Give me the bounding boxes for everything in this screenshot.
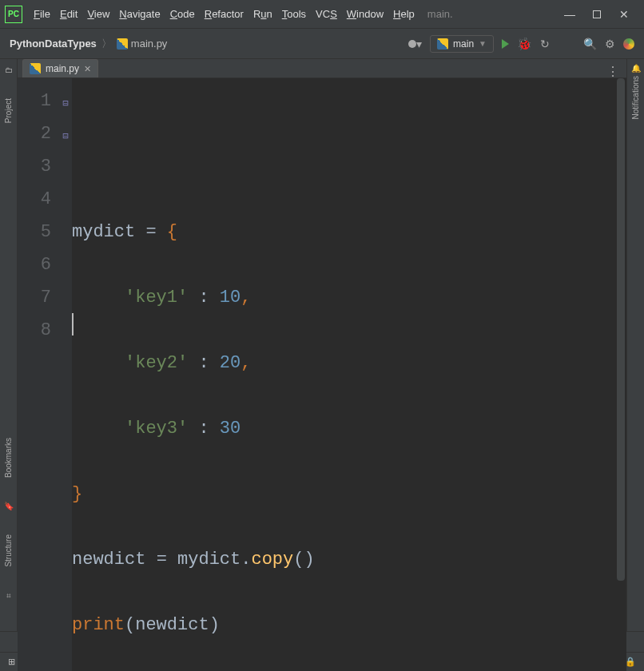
code-token: mydict (72, 222, 145, 242)
right-tool-rail: 🔔 Notifications (626, 59, 644, 631)
user-icon[interactable]: ▾ (408, 38, 422, 50)
code-indent (72, 419, 125, 439)
breadcrumb-file-label: main.py (131, 38, 168, 50)
python-file-icon (30, 63, 41, 74)
python-file-icon (437, 38, 448, 50)
code-token: copy (251, 550, 293, 570)
code-token: = mydict. (157, 550, 252, 570)
menu-navigate[interactable]: Navigate (119, 8, 160, 20)
bookmarks-tool-button[interactable]: Bookmarks (4, 438, 13, 478)
bookmarks-tool-icon[interactable]: 🔖 (4, 502, 14, 510)
maximize-button[interactable] (591, 8, 602, 21)
breadcrumb-file[interactable]: main.py (117, 38, 168, 50)
debug-button[interactable]: 🐞 (517, 37, 532, 51)
code-token: () (293, 550, 314, 570)
fold-column: ⊟ ⊟ (59, 78, 72, 671)
run-button[interactable] (502, 39, 509, 49)
code-token: : (188, 419, 220, 439)
titlebar: PC File Edit View Navigate Code Refactor… (0, 0, 644, 29)
project-tool-button[interactable]: Project (4, 98, 13, 123)
python-file-icon (117, 38, 128, 50)
notifications-icon[interactable]: 🔔 (631, 64, 641, 73)
notifications-tool-button[interactable]: Notifications (631, 76, 640, 119)
editor-scrollbar[interactable] (617, 78, 625, 581)
editor-tab-label: main.py (46, 63, 79, 74)
menu-vcs[interactable]: VCS (316, 8, 337, 20)
caret (72, 313, 74, 336)
close-button[interactable]: ✕ (618, 8, 630, 21)
line-number: 5 (18, 216, 51, 248)
code-token: 'key3' (125, 419, 188, 439)
pycharm-logo: PC (5, 6, 22, 23)
settings-icon[interactable]: ⚙ (605, 38, 615, 50)
code-token: : (188, 288, 220, 308)
code-token: 10 (220, 288, 241, 308)
navbar: PythonDataTypes 〉 main.py ▾ main ▼ 🐞 ↻ 🔍… (0, 29, 644, 59)
chevron-down-icon: ▼ (479, 39, 487, 48)
main-menu: File Edit View Navigate Code Refactor Ru… (34, 8, 415, 20)
code-token: = (145, 222, 166, 242)
search-icon[interactable]: 🔍 (583, 38, 597, 50)
menu-view[interactable]: View (87, 8, 109, 20)
line-number: 6 (18, 248, 51, 281)
window-controls: — ✕ (564, 8, 639, 21)
readonly-lock-icon[interactable]: 🔒 (625, 657, 636, 667)
project-tool-icon[interactable]: 🗀 (5, 66, 13, 74)
structure-tool-button[interactable]: Structure (4, 534, 13, 567)
menu-file[interactable]: File (34, 8, 50, 20)
codewithme-icon[interactable] (623, 38, 634, 50)
chevron-right-icon: 〉 (101, 37, 112, 51)
editor-tab-main[interactable]: main.py ✕ (22, 59, 98, 77)
editor-tabs-menu-icon[interactable]: ⋮ (606, 64, 620, 79)
code-token: (newdict) (125, 615, 220, 635)
breadcrumb-project[interactable]: PythonDataTypes (10, 38, 97, 50)
code-token: 'key2' (125, 353, 188, 373)
menu-tools[interactable]: Tools (282, 8, 306, 20)
run-config-label: main (453, 38, 474, 50)
line-number: 2 (18, 117, 51, 150)
title-filename: main. (415, 8, 564, 20)
menu-run[interactable]: Run (253, 8, 272, 20)
line-number: 1 (18, 85, 51, 117)
run-config-selector[interactable]: main ▼ (430, 35, 494, 53)
menu-refactor[interactable]: Refactor (205, 8, 244, 20)
left-tool-rail: 🗀 Project Bookmarks 🔖 Structure ⌗ (0, 59, 18, 631)
code-token: : (188, 353, 220, 373)
fold-close-icon[interactable]: ⊟ (59, 121, 72, 153)
editor-tabbar: main.py ✕ ⋮ (18, 59, 626, 78)
code-indent (72, 353, 125, 373)
code-token: , (241, 288, 251, 308)
structure-tool-icon[interactable]: ⌗ (6, 591, 11, 601)
code-token: newdict (72, 550, 157, 570)
toolwindow-quick-icon[interactable]: ⊞ (8, 657, 15, 667)
code-token: print (72, 615, 125, 635)
code-token: 20 (220, 353, 241, 373)
line-number: 4 (18, 183, 51, 216)
code-token: { (167, 222, 177, 242)
code-token: 30 (220, 419, 241, 439)
toolbar: ▾ main ▼ 🐞 ↻ 🔍 ⚙ (408, 35, 634, 53)
code-area[interactable]: ✔ mydict = { 'key1' : 10, 'key2' : 20, '… (72, 78, 626, 671)
menu-code[interactable]: Code (170, 8, 195, 20)
line-number: 8 (18, 314, 51, 347)
menu-help[interactable]: Help (393, 8, 415, 20)
menu-window[interactable]: Window (347, 8, 384, 20)
line-number: 3 (18, 150, 51, 183)
minimize-button[interactable]: — (564, 8, 575, 21)
code-token: , (241, 353, 251, 373)
coverage-button[interactable]: ↻ (540, 38, 550, 50)
code-indent (72, 288, 125, 308)
fold-open-icon[interactable]: ⊟ (59, 88, 72, 121)
gutter: 1 2 3 4 5 6 7 8 (18, 78, 59, 671)
code-token: 'key1' (125, 288, 188, 308)
line-number: 7 (18, 281, 51, 314)
menu-edit[interactable]: Edit (60, 8, 78, 20)
close-tab-icon[interactable]: ✕ (84, 64, 91, 74)
code-editor[interactable]: 1 2 3 4 5 6 7 8 ⊟ ⊟ ✔ mydict = { 'key1' … (18, 78, 626, 671)
code-token: } (72, 484, 82, 504)
breadcrumb: PythonDataTypes 〉 main.py (10, 37, 167, 51)
